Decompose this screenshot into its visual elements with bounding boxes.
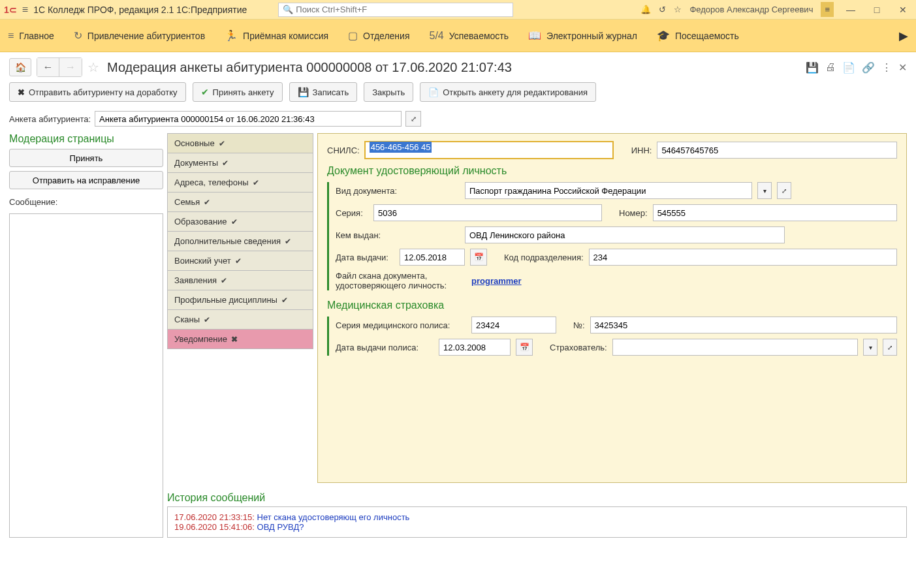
med-no-input[interactable]: [590, 317, 897, 333]
calendar-icon[interactable]: 📅: [470, 249, 487, 266]
bell-icon[interactable]: 🔔: [640, 5, 651, 14]
btn-label: Принять анкету: [213, 87, 274, 97]
back-button[interactable]: ←: [37, 58, 59, 76]
accept-button[interactable]: ✔Принять анкету: [193, 82, 283, 102]
btn-label: Записать: [313, 87, 349, 97]
tab-family[interactable]: Семья✔: [167, 193, 313, 212]
med-date-label: Дата выдачи полиса:: [336, 343, 434, 352]
tab-additional[interactable]: Дополнительные сведения✔: [167, 232, 313, 251]
nav-journal[interactable]: 📖Электронный журнал: [528, 29, 637, 42]
return-for-revision-button[interactable]: ✖Отправить абитуриенту на доработку: [9, 82, 186, 102]
nav-grades[interactable]: 5/4Успеваемость: [429, 30, 509, 42]
issue-date-input[interactable]: [400, 249, 465, 266]
open-for-edit-button[interactable]: 📄Открыть анкету для редактирования: [420, 82, 596, 102]
tab-scans[interactable]: Сканы✔: [167, 310, 313, 330]
doc-icon: 📄: [428, 87, 439, 97]
open-ref-button[interactable]: ⤢: [405, 111, 421, 127]
global-search[interactable]: 🔍: [278, 3, 513, 17]
med-date-input[interactable]: [439, 339, 511, 356]
issued-by-input[interactable]: [465, 226, 785, 243]
number-input[interactable]: [653, 204, 897, 221]
snils-input[interactable]: 456-465-456 45: [365, 142, 613, 159]
history-box: 17.06.2020 21:33:15: Нет скана удостовер…: [167, 506, 907, 538]
nav-departments[interactable]: ▢Отделения: [348, 29, 409, 42]
scan-file-link[interactable]: programmer: [471, 276, 522, 286]
section-tabs: Основные✔ Документы✔ Адреса, телефоны✔ С…: [167, 133, 313, 483]
nav-label: Главное: [19, 31, 54, 41]
favorite-star-icon[interactable]: ☆: [87, 59, 99, 75]
report-icon[interactable]: 📄: [842, 61, 855, 74]
tab-main[interactable]: Основные✔: [167, 134, 313, 153]
save-icon[interactable]: 💾: [806, 61, 819, 74]
minimize-button[interactable]: —: [842, 5, 860, 15]
inn-input[interactable]: [657, 142, 897, 159]
series-input[interactable]: [373, 204, 602, 221]
doc-type-dropdown[interactable]: ▾: [757, 182, 772, 199]
close-button[interactable]: Закрыть: [364, 82, 413, 102]
more-icon[interactable]: ⋮: [881, 61, 892, 74]
link-icon[interactable]: 🔗: [862, 61, 875, 74]
forward-button[interactable]: →: [59, 58, 82, 76]
message-textarea[interactable]: [9, 213, 163, 538]
tab-documents[interactable]: Документы✔: [167, 153, 313, 173]
check-icon: ✔: [204, 198, 210, 207]
nav-main[interactable]: ≡Главное: [8, 30, 54, 42]
person-icon: 🏃: [225, 29, 238, 42]
maximize-button[interactable]: □: [868, 5, 886, 15]
menu-icon[interactable]: ≡: [22, 4, 28, 16]
nav-label: Электронный журнал: [546, 31, 637, 41]
tab-label: Образование: [174, 217, 227, 226]
reference-row: Анкета абитуриента: ⤢: [0, 108, 916, 133]
nav-bar: ≡Главное ↻Привлечение абитуриентов 🏃Приё…: [0, 20, 916, 52]
check-icon: ✔: [285, 237, 291, 246]
send-fix-button[interactable]: Отправить на исправление: [9, 171, 163, 189]
number-label: Номер:: [619, 208, 648, 218]
search-input[interactable]: [296, 5, 509, 14]
tab-addresses[interactable]: Адреса, телефоны✔: [167, 173, 313, 193]
insurer-input[interactable]: [612, 339, 858, 356]
moderation-title: Модерация страницы: [9, 133, 163, 145]
insurer-dropdown[interactable]: ▾: [863, 339, 877, 356]
nav-recruitment[interactable]: ↻Привлечение абитуриентов: [74, 29, 205, 42]
tab-label: Воинский учет: [174, 256, 231, 266]
tab-applications[interactable]: Заявления✔: [167, 271, 313, 290]
history-item: 17.06.2020 21:33:15: Нет скана удостовер…: [174, 512, 900, 522]
logo-1c: 1⊂: [4, 5, 17, 15]
check-icon: ✔: [204, 315, 210, 324]
snils-label: СНИЛС:: [327, 146, 360, 155]
doc-type-input[interactable]: [465, 182, 752, 199]
nav-admissions[interactable]: 🏃Приёмная комиссия: [225, 29, 328, 42]
tab-label: Дополнительные сведения: [174, 236, 281, 246]
star-icon[interactable]: ☆: [674, 5, 682, 14]
doc-type-open[interactable]: ⤢: [777, 182, 791, 199]
check-icon: ✔: [201, 87, 209, 97]
med-no-label: №:: [573, 320, 585, 330]
tab-education[interactable]: Образование✔: [167, 212, 313, 232]
tab-notification[interactable]: Уведомпение✖: [167, 330, 313, 349]
panels-icon[interactable]: ≡: [821, 2, 834, 17]
accept-page-button[interactable]: Принять: [9, 149, 163, 167]
tab-disciplines[interactable]: Профильные дисциплины✔: [167, 290, 313, 310]
nav-scroll-right[interactable]: ▶: [899, 29, 908, 43]
check-icon: ✔: [221, 276, 227, 285]
nav-attendance[interactable]: 🎓Посещаемость: [657, 29, 739, 42]
tab-military[interactable]: Воинский учет✔: [167, 251, 313, 271]
history-icon[interactable]: ↺: [659, 5, 666, 14]
close-window-button[interactable]: ✕: [894, 5, 912, 15]
btn-label: Открыть анкету для редактирования: [443, 87, 588, 97]
list-icon: ≡: [8, 30, 14, 42]
save-button[interactable]: 💾Записать: [289, 82, 358, 102]
dept-code-input[interactable]: [589, 249, 897, 266]
close-tab-icon[interactable]: ✕: [898, 61, 907, 74]
med-series-input[interactable]: [471, 317, 556, 333]
check-icon: ✔: [253, 178, 259, 187]
app-title: 1С Колледж ПРОФ, редакция 2.1 1С:Предпри…: [33, 5, 247, 15]
home-button[interactable]: 🏠: [9, 58, 31, 76]
calendar-icon[interactable]: 📅: [516, 339, 533, 356]
print-icon[interactable]: 🖨: [825, 61, 836, 74]
insurer-open[interactable]: ⤢: [883, 339, 897, 356]
user-name[interactable]: Федоров Александр Сергеевич: [689, 5, 813, 14]
applicant-ref-input[interactable]: [95, 111, 402, 127]
main-layout: Модерация страницы Принять Отправить на …: [0, 133, 916, 538]
building-icon: ▢: [348, 29, 358, 42]
